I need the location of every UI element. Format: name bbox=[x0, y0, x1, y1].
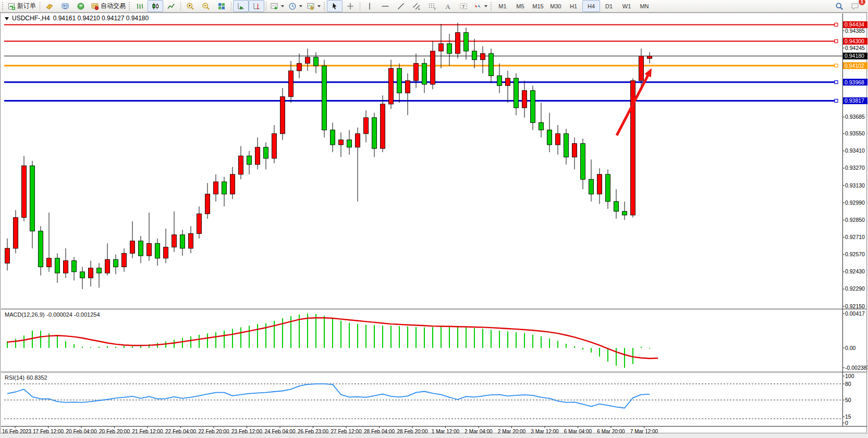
label-icon: T bbox=[459, 2, 468, 10]
svg-text:T: T bbox=[462, 4, 465, 9]
toolbar-drag-handle bbox=[490, 2, 492, 11]
rsi-name: RSI(14) bbox=[5, 374, 25, 381]
timeframe-button-m30[interactable]: M30 bbox=[547, 0, 565, 12]
zoom-in-button[interactable] bbox=[182, 0, 198, 12]
navigator-button[interactable] bbox=[73, 0, 89, 12]
svg-text:0.94102: 0.94102 bbox=[845, 62, 864, 69]
toolbar-separator bbox=[266, 2, 266, 11]
svg-text:E: E bbox=[418, 7, 420, 10]
timeframe-button-h1[interactable]: H1 bbox=[565, 0, 582, 12]
svg-text:-0.002387: -0.002387 bbox=[845, 365, 868, 371]
horizontal-line-icon bbox=[381, 2, 389, 10]
tile-windows-icon bbox=[217, 2, 226, 10]
svg-text:21 Feb 12:00: 21 Feb 12:00 bbox=[132, 429, 163, 434]
text-button[interactable]: A bbox=[440, 0, 456, 12]
toolbar-drag-handle bbox=[128, 2, 130, 11]
svg-text:27 Feb 12:00: 27 Feb 12:00 bbox=[331, 429, 362, 434]
svg-text:0.94180: 0.94180 bbox=[845, 53, 864, 59]
fibonacci-button[interactable]: F bbox=[424, 0, 440, 12]
chart-shift-button[interactable] bbox=[249, 0, 264, 12]
svg-text:3 Mar 12:00: 3 Mar 12:00 bbox=[531, 429, 559, 434]
channel-icon: E bbox=[412, 2, 421, 10]
timeframe-button-h4[interactable]: H4 bbox=[582, 0, 600, 12]
indicators-button[interactable] bbox=[268, 0, 286, 12]
periods-button[interactable] bbox=[286, 0, 304, 12]
cursor-icon bbox=[331, 2, 339, 10]
chat-icon bbox=[851, 2, 859, 10]
svg-text:20 Feb 20:00: 20 Feb 20:00 bbox=[99, 429, 130, 434]
macd-layer bbox=[7, 314, 658, 368]
svg-text:2 Mar 04:00: 2 Mar 04:00 bbox=[464, 429, 493, 434]
label-button[interactable]: T bbox=[456, 0, 471, 12]
search-icon bbox=[835, 2, 843, 10]
toolbar-separator bbox=[360, 2, 360, 11]
level-lines-layer[interactable] bbox=[4, 23, 842, 102]
timeframe-button-m5[interactable]: M5 bbox=[511, 0, 529, 12]
trendline-button[interactable] bbox=[393, 0, 409, 12]
timeframe-button-mn[interactable]: MN bbox=[635, 0, 653, 12]
svg-text:28 Feb 20:00: 28 Feb 20:00 bbox=[397, 429, 428, 434]
chart-plot-area[interactable]: 0.943850.942450.936850.935500.934100.932… bbox=[0, 0, 868, 438]
svg-text:0.92850: 0.92850 bbox=[845, 217, 865, 223]
channel-button[interactable]: E bbox=[409, 0, 424, 12]
svg-text:0.93130: 0.93130 bbox=[845, 182, 865, 189]
vertical-line-button[interactable] bbox=[362, 0, 377, 12]
templates-button[interactable] bbox=[304, 0, 323, 12]
svg-text:100: 100 bbox=[845, 373, 854, 379]
timeframe-button-w1[interactable]: W1 bbox=[618, 0, 635, 12]
new-order-button[interactable]: 新订单 bbox=[5, 0, 38, 12]
chevron-down-icon[interactable] bbox=[5, 17, 9, 20]
cursor-button[interactable] bbox=[327, 0, 343, 12]
timeframe-button-d1[interactable]: D1 bbox=[600, 0, 618, 12]
chart-ohlc-values: 0.94161 0.94210 0.94127 0.94180 bbox=[53, 15, 149, 22]
svg-text:26 Feb 23:00: 26 Feb 23:00 bbox=[298, 429, 328, 434]
svg-text:0.92990: 0.92990 bbox=[845, 199, 865, 206]
market-watch-button[interactable] bbox=[42, 0, 57, 12]
line-chart-button[interactable] bbox=[163, 0, 179, 12]
candlestick-chart-button[interactable] bbox=[148, 0, 163, 12]
crosshair-icon bbox=[346, 2, 354, 10]
timeframe-button-m1[interactable]: M1 bbox=[494, 0, 511, 12]
svg-text:15: 15 bbox=[845, 414, 851, 420]
auto-scroll-icon bbox=[237, 2, 245, 10]
chart-shift-icon bbox=[252, 2, 261, 10]
macd-name: MACD(12,26,9) bbox=[5, 311, 44, 318]
timeframe-button-m15[interactable]: M15 bbox=[529, 0, 547, 12]
autotrading-button[interactable]: 自动交易 bbox=[89, 0, 128, 12]
tile-windows-button[interactable] bbox=[214, 0, 229, 12]
zoom-out-icon bbox=[202, 2, 210, 10]
horizontal-line-button[interactable] bbox=[377, 0, 393, 12]
indicators-icon bbox=[270, 2, 278, 10]
crosshair-button[interactable] bbox=[343, 0, 358, 12]
arrows-button[interactable] bbox=[471, 0, 490, 12]
arrows-icon bbox=[473, 2, 482, 10]
trendline-icon bbox=[397, 2, 405, 10]
data-window-button[interactable] bbox=[57, 0, 73, 12]
svg-text:A: A bbox=[445, 2, 450, 10]
notifications-button[interactable]: 1 bbox=[847, 0, 863, 12]
data-window-icon bbox=[61, 2, 69, 10]
svg-text:0.00: 0.00 bbox=[845, 345, 856, 351]
new-order-button-label: 新订单 bbox=[17, 2, 36, 10]
svg-text:16 Feb 2023: 16 Feb 2023 bbox=[2, 429, 32, 434]
svg-text:24 Feb 04:00: 24 Feb 04:00 bbox=[265, 429, 296, 434]
templates-icon bbox=[307, 2, 315, 10]
auto-scroll-button[interactable] bbox=[233, 0, 249, 12]
dropdown-arrow-icon bbox=[484, 5, 487, 7]
dropdown-arrow-icon bbox=[317, 5, 321, 7]
dropdown-arrow-icon bbox=[281, 5, 284, 7]
svg-text:0.92150: 0.92150 bbox=[845, 303, 865, 309]
zoom-out-button[interactable] bbox=[198, 0, 214, 12]
rsi-line bbox=[7, 384, 650, 408]
line-chart-icon bbox=[167, 2, 175, 10]
notification-count-badge: 1 bbox=[859, 0, 865, 5]
toolbar-drag-handle bbox=[2, 2, 4, 11]
svg-text:22 Feb 04:00: 22 Feb 04:00 bbox=[165, 429, 196, 434]
bar-chart-button[interactable] bbox=[132, 0, 148, 12]
periods-icon bbox=[288, 2, 297, 10]
svg-text:2 Mar 20:00: 2 Mar 20:00 bbox=[498, 429, 526, 434]
search-button[interactable] bbox=[832, 0, 847, 12]
autotrading-icon bbox=[91, 2, 99, 10]
rsi-level-lines bbox=[4, 384, 842, 419]
toolbar-separator bbox=[40, 2, 40, 11]
